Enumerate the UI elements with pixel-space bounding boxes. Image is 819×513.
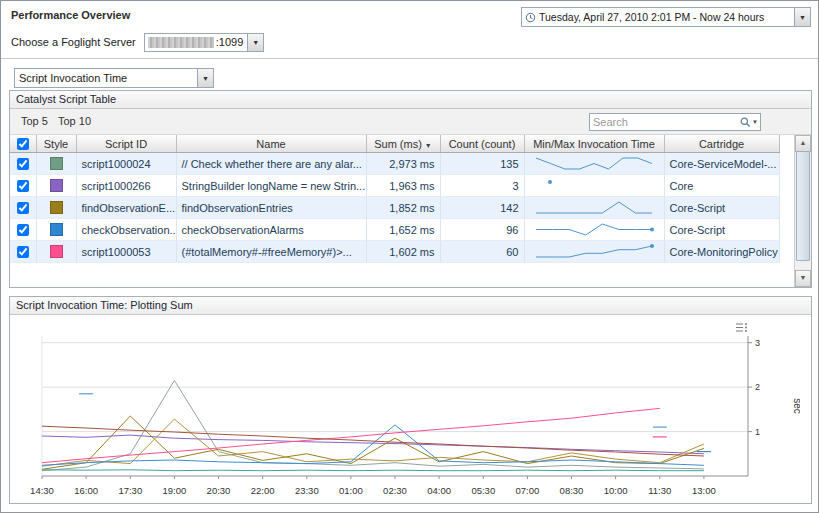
svg-text:13:00: 13:00	[692, 485, 716, 496]
svg-text:11:30: 11:30	[648, 485, 671, 496]
style-swatch	[50, 157, 63, 170]
row-checkbox[interactable]	[17, 158, 29, 170]
script-table: Style Script ID Name Sum (ms)▼ Count (co…	[10, 135, 780, 263]
scroll-down-button[interactable]: ▼	[795, 270, 811, 287]
row-checkbox[interactable]	[17, 180, 29, 192]
search-box: ▼	[589, 113, 761, 131]
top5-link[interactable]: Top 5	[21, 115, 48, 127]
script-id-cell[interactable]: script1000053	[76, 241, 176, 263]
minmax-sparkline	[530, 220, 658, 238]
count-cell: 96	[440, 219, 524, 241]
row-checkbox[interactable]	[17, 224, 29, 236]
cartridge-cell: Core-Script	[664, 197, 779, 219]
table-scrollbar[interactable]: ▲ ▼	[794, 135, 811, 287]
sum-cell: 1,963 ms	[366, 175, 440, 197]
col-name[interactable]: Name	[176, 135, 366, 153]
col-style[interactable]: Style	[36, 135, 76, 153]
server-port-text: :1099	[216, 36, 248, 48]
svg-text:04:00: 04:00	[427, 485, 451, 496]
minmax-sparkline	[530, 242, 658, 260]
time-range-label: Tuesday, April 27, 2010 2:01 PM - Now 24…	[539, 11, 794, 23]
cartridge-cell: Core-ServiceModel-...	[664, 153, 779, 175]
cartridge-cell: Core	[664, 175, 779, 197]
style-swatch	[50, 223, 63, 236]
count-cell: 3	[440, 175, 524, 197]
svg-text:05:30: 05:30	[471, 485, 495, 496]
svg-text:1: 1	[755, 427, 760, 437]
time-range-dropdown-arrow[interactable]: ▼	[794, 8, 810, 26]
script-id-cell[interactable]: script1000024	[76, 153, 176, 175]
svg-text:3: 3	[755, 338, 760, 348]
main-chart: 123sec14:3016:0017:3019:0020:3022:0023:3…	[28, 328, 800, 500]
cartridge-cell: Core-Script	[664, 219, 779, 241]
page-title: Performance Overview	[11, 9, 130, 21]
table-row[interactable]: script1000053 (#totalMemory#-#freeMemory…	[10, 241, 779, 263]
svg-text:19:00: 19:00	[163, 485, 187, 496]
metric-dropdown[interactable]: Script Invocation Time ▼	[14, 68, 214, 88]
style-swatch	[50, 245, 63, 258]
metric-dropdown-value: Script Invocation Time	[15, 72, 197, 84]
table-row[interactable]: script1000266 StringBuilder longName = n…	[10, 175, 779, 197]
script-id-cell[interactable]: checkObservation...	[76, 219, 176, 241]
time-range-selector[interactable]: Tuesday, April 27, 2010 2:01 PM - Now 24…	[521, 7, 811, 27]
svg-text:07:00: 07:00	[516, 485, 540, 496]
col-minmax[interactable]: Min/Max Invocation Time	[524, 135, 664, 153]
col-script-id[interactable]: Script ID	[76, 135, 176, 153]
sum-cell: 2,973 ms	[366, 153, 440, 175]
svg-text:10:00: 10:00	[604, 485, 628, 496]
minmax-sparkline	[530, 176, 658, 194]
table-row[interactable]: script1000024 // Check whether there are…	[10, 153, 779, 175]
svg-text:2: 2	[755, 382, 760, 392]
search-icon[interactable]	[738, 117, 752, 128]
svg-text:20:30: 20:30	[207, 485, 231, 496]
sort-desc-icon: ▼	[425, 142, 432, 149]
plotting-sum-panel: Script Invocation Time: Plotting Sum 123…	[9, 296, 812, 504]
server-dropdown-arrow[interactable]: ▼	[247, 34, 263, 51]
script-id-cell[interactable]: script1000266	[76, 175, 176, 197]
svg-text:23:30: 23:30	[295, 485, 319, 496]
chart-panel-title: Script Invocation Time: Plotting Sum	[10, 297, 811, 315]
sum-cell: 1,602 ms	[366, 241, 440, 263]
server-combobox[interactable]: :1099 ▼	[144, 33, 265, 52]
header-divider	[1, 58, 818, 59]
script-name-cell: findObservationEntries	[176, 197, 366, 219]
script-name-cell: // Check whether there are any alar...	[176, 153, 366, 175]
svg-text:08:30: 08:30	[560, 485, 584, 496]
cartridge-cell: Core-MonitoringPolicy	[664, 241, 779, 263]
row-checkbox[interactable]	[17, 202, 29, 214]
search-input[interactable]	[590, 116, 738, 128]
col-count[interactable]: Count (count)	[440, 135, 524, 153]
style-swatch	[50, 179, 63, 192]
performance-overview-page: Performance Overview Tuesday, April 27, …	[0, 0, 819, 513]
server-picker-label: Choose a Foglight Server	[11, 36, 136, 48]
chart-area: 123sec14:3016:0017:3019:0020:3022:0023:3…	[10, 315, 811, 502]
col-sum[interactable]: Sum (ms)▼	[366, 135, 440, 153]
table-header-row: Style Script ID Name Sum (ms)▼ Count (co…	[10, 135, 779, 153]
col-cartridge[interactable]: Cartridge	[664, 135, 779, 153]
table-toolbar: Top 5 Top 10 ▼	[10, 109, 811, 135]
script-name-cell: (#totalMemory#-#freeMemory#)>...	[176, 241, 366, 263]
select-all-header[interactable]	[10, 135, 36, 153]
search-options-arrow[interactable]: ▼	[752, 119, 764, 125]
table-panel-title: Catalyst Script Table	[10, 91, 811, 109]
scroll-up-button[interactable]: ▲	[795, 135, 811, 152]
top10-link[interactable]: Top 10	[58, 115, 91, 127]
sum-cell: 1,852 ms	[366, 197, 440, 219]
script-id-cell[interactable]: findObservationE...	[76, 197, 176, 219]
row-checkbox[interactable]	[17, 246, 29, 258]
table-row[interactable]: checkObservation... checkObservationAlar…	[10, 219, 779, 241]
script-name-cell: checkObservationAlarms	[176, 219, 366, 241]
script-name-cell: StringBuilder longName = new Strin...	[176, 175, 366, 197]
svg-text:02:30: 02:30	[383, 485, 407, 496]
svg-text:14:30: 14:30	[30, 485, 54, 496]
select-all-checkbox[interactable]	[17, 138, 29, 150]
svg-text:01:00: 01:00	[339, 485, 363, 496]
scrollbar-thumb[interactable]	[796, 151, 810, 261]
catalyst-script-table-panel: Catalyst Script Table Top 5 Top 10 ▼	[9, 90, 812, 288]
count-cell: 135	[440, 153, 524, 175]
sum-cell: 1,652 ms	[366, 219, 440, 241]
table-row[interactable]: findObservationE... findObservationEntri…	[10, 197, 779, 219]
server-picker-row: Choose a Foglight Server :1099 ▼	[11, 33, 264, 51]
table-area: Style Script ID Name Sum (ms)▼ Count (co…	[10, 135, 795, 287]
metric-dropdown-arrow[interactable]: ▼	[197, 69, 213, 87]
